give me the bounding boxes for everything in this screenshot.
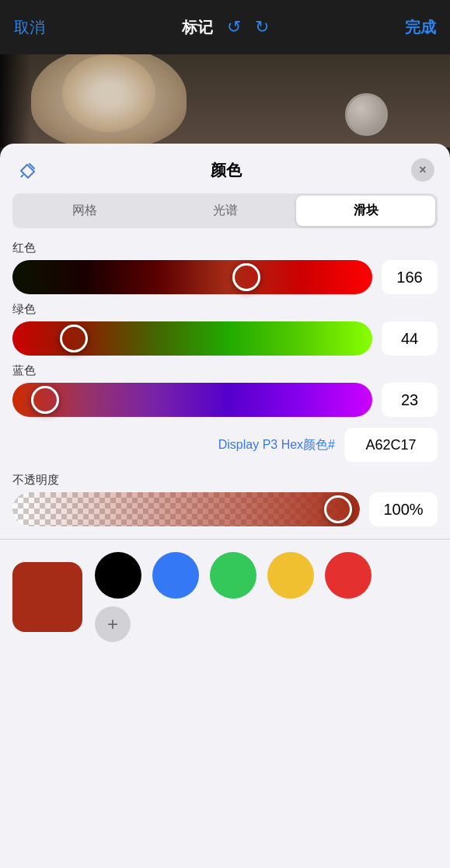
swatch-blue[interactable] — [152, 552, 199, 599]
swatch-yellow[interactable] — [267, 552, 314, 599]
preset-swatches-row1 — [95, 552, 372, 599]
green-slider-track-wrap[interactable] — [12, 321, 372, 356]
blue-value-box[interactable]: 23 — [382, 383, 438, 417]
blue-slider-track — [12, 383, 372, 417]
opacity-gradient — [12, 492, 360, 526]
green-slider-row: 绿色 44 — [12, 302, 438, 356]
opacity-thumb[interactable] — [324, 495, 352, 523]
opacity-slider-row: 100% — [12, 492, 438, 526]
redo-icon[interactable]: ↻ — [255, 17, 269, 37]
red-slider-track-wrap[interactable] — [12, 260, 372, 294]
blue-slider-input-row: 23 — [12, 383, 438, 417]
red-slider-track — [12, 260, 372, 294]
cancel-button[interactable]: 取消 — [14, 17, 45, 38]
opacity-section: 不透明度 100% — [0, 473, 450, 526]
green-label: 绿色 — [12, 302, 438, 317]
top-bar-title: 标记 — [182, 17, 213, 38]
opacity-label: 不透明度 — [12, 473, 438, 488]
add-swatch-button[interactable]: + — [95, 606, 131, 642]
red-slider-input-row: 166 — [12, 260, 438, 294]
photo-vignette — [0, 54, 31, 148]
red-value-box[interactable]: 166 — [382, 260, 438, 294]
green-slider-thumb[interactable] — [60, 325, 88, 352]
opacity-value-box[interactable]: 100% — [369, 492, 438, 526]
tab-bar: 网格 光谱 滑块 — [12, 193, 438, 228]
divider — [0, 539, 450, 540]
green-value-box[interactable]: 44 — [382, 321, 438, 356]
opacity-track-wrap[interactable] — [12, 492, 360, 526]
photo-flowers2-decoration — [62, 54, 155, 132]
hex-row: Display P3 Hex颜色# A62C17 — [12, 428, 438, 462]
color-picker-panel: 颜色 × 网格 光谱 滑块 红色 166 绿色 — [0, 144, 450, 868]
panel-header: 颜色 × — [0, 144, 450, 190]
tab-grid[interactable]: 网格 — [15, 196, 154, 226]
swatch-columns: + — [95, 552, 372, 642]
close-button[interactable]: × — [411, 158, 434, 182]
swatch-green[interactable] — [210, 552, 256, 599]
done-button[interactable]: 完成 — [405, 17, 436, 38]
red-slider-thumb[interactable] — [232, 263, 260, 291]
preset-swatches-row2: + — [95, 606, 372, 642]
hex-label[interactable]: Display P3 Hex颜色# — [218, 437, 335, 453]
swatches-row: + — [12, 552, 438, 642]
blue-slider-track-wrap[interactable] — [12, 383, 372, 417]
undo-icon[interactable]: ↺ — [227, 17, 241, 37]
photo-area — [0, 54, 450, 148]
swatch-black[interactable] — [95, 552, 141, 599]
red-slider-row: 红色 166 — [12, 241, 438, 294]
swatches-section: + — [0, 552, 450, 642]
top-bar: 取消 标记 ↺ ↻ 完成 — [0, 0, 450, 54]
selected-color-swatch[interactable] — [12, 562, 82, 632]
swatch-red[interactable] — [325, 552, 372, 599]
top-bar-left: 取消 — [14, 17, 45, 38]
blue-slider-row: 蓝色 23 — [12, 363, 438, 417]
top-bar-center: 标记 ↺ ↻ — [182, 17, 269, 38]
top-bar-right: 完成 — [405, 17, 436, 38]
panel-title: 颜色 — [211, 160, 242, 181]
hex-value-box[interactable]: A62C17 — [344, 428, 438, 462]
photo-knob-decoration — [345, 93, 388, 136]
eyedropper-icon — [19, 161, 37, 179]
green-slider-input-row: 44 — [12, 321, 438, 356]
tab-spectrum[interactable]: 光谱 — [155, 196, 295, 226]
tab-sliders[interactable]: 滑块 — [296, 196, 435, 226]
sliders-section: 红色 166 绿色 44 蓝色 — [0, 241, 450, 417]
eyedropper-button[interactable] — [16, 158, 40, 182]
blue-slider-thumb[interactable] — [31, 386, 59, 414]
blue-label: 蓝色 — [12, 363, 438, 378]
red-label: 红色 — [12, 241, 438, 255]
